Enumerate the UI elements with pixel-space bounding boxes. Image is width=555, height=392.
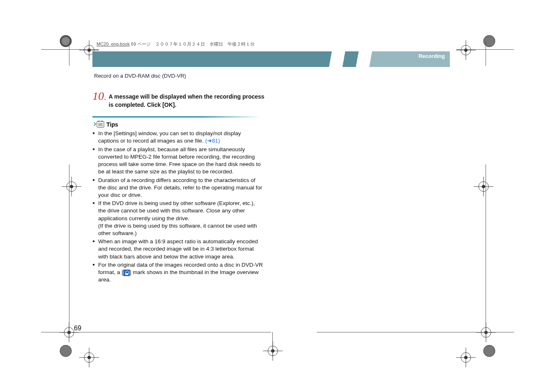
tips-label: Tips	[106, 121, 118, 128]
crop-header: MC20_eng.book 69 ページ ２００７年１０月２４日 水曜日 午後２…	[97, 41, 450, 47]
tip-text: In the case of a playlist, because all f…	[98, 146, 260, 175]
step-number: 10.	[92, 90, 106, 102]
svg-point-1	[60, 35, 71, 47]
guide-line	[41, 49, 99, 50]
guide-line	[272, 332, 273, 357]
step-number-value: 10	[92, 90, 104, 102]
tip-text-extra: (If the drive is being used by this soft…	[98, 223, 257, 236]
crosshair-icon	[456, 40, 476, 60]
step-number-dot: .	[104, 92, 106, 102]
guide-line	[69, 41, 69, 66]
guide-line	[456, 49, 514, 50]
section-label: Recording	[419, 53, 445, 59]
dvd-vr-mark-icon	[123, 270, 130, 276]
book-name: MC20_eng.book	[97, 42, 130, 46]
page-reference-link[interactable]: (➜81)	[205, 138, 220, 144]
tip-text: If the DVD drive is being used by other …	[98, 200, 255, 221]
tip-text: When an image with a 16:9 aspect ratio i…	[98, 238, 258, 259]
svg-point-3	[60, 345, 71, 357]
svg-rect-46	[101, 121, 103, 122]
svg-point-16	[70, 185, 73, 188]
page-number: 69	[74, 325, 81, 332]
crosshair-icon	[263, 341, 283, 361]
guide-line	[41, 332, 271, 332]
guide-line	[317, 332, 514, 332]
reg-mark-icon	[481, 33, 497, 49]
list-item: Duration of a recording differs accordin…	[92, 177, 263, 199]
list-item: For the original data of the images reco…	[92, 261, 263, 284]
section-banner: Recording	[92, 51, 450, 67]
guide-line	[69, 164, 69, 337]
crosshair-icon	[79, 348, 99, 367]
svg-point-28	[484, 331, 488, 334]
tips-list: In the [Settings] window, you can set to…	[92, 130, 263, 284]
crosshair-icon	[62, 177, 81, 196]
guide-line	[486, 164, 486, 337]
tips-header: Tips	[93, 121, 450, 128]
crosshair-icon	[456, 348, 476, 367]
svg-point-4	[484, 345, 495, 357]
svg-point-40	[464, 356, 467, 359]
list-item: In the case of a playlist, because all f…	[92, 146, 263, 176]
list-item: When an image with a 16:9 aspect ratio i…	[92, 238, 263, 261]
list-item: If the DVD drive is being used by other …	[92, 200, 263, 237]
breadcrumb-subtitle: Record on a DVD-RAM disc (DVD-VR)	[94, 73, 450, 79]
step-text: A message will be displayed when the rec…	[109, 90, 269, 109]
page-info: 69 ページ ２００７年１０月２４日 水曜日 午後２時１分	[131, 42, 255, 46]
reg-mark-icon	[58, 33, 74, 49]
svg-point-36	[88, 356, 91, 359]
tips-icon	[93, 121, 105, 128]
svg-rect-45	[98, 121, 99, 122]
reg-mark-icon	[58, 343, 74, 359]
tip-text: Duration of a recording differs accordin…	[98, 177, 262, 198]
step-row: 10. A message will be displayed when the…	[92, 90, 269, 109]
reg-mark-icon	[481, 343, 497, 359]
svg-point-32	[271, 349, 274, 353]
guide-line	[486, 41, 486, 66]
crosshair-icon	[476, 323, 496, 342]
page-content: MC20_eng.book 69 ページ ２００７年１０月２４日 水曜日 午後２…	[92, 41, 450, 285]
list-item: In the [Settings] window, you can set to…	[92, 130, 263, 145]
divider	[92, 116, 261, 118]
crosshair-icon	[474, 177, 493, 196]
svg-point-20	[482, 185, 485, 188]
